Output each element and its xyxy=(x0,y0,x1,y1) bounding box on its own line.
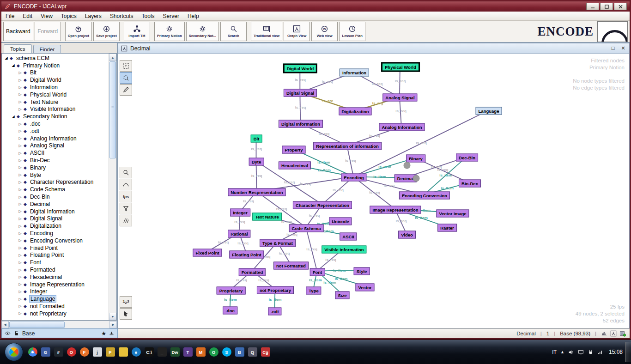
tree-item-encoding[interactable]: ▷◆Encoding xyxy=(2,230,109,237)
code-editor-icon[interactable]: T xyxy=(182,345,194,359)
tree-item-encoding-conversion[interactable]: ▷◆Encoding Conversion xyxy=(2,237,109,244)
tree-item-digital-world[interactable]: ▷◆Digital World xyxy=(2,76,109,84)
graph-node-font[interactable]: Font xyxy=(310,268,325,276)
expand-icon[interactable]: ▷ xyxy=(18,136,23,140)
expand-icon[interactable]: ▷ xyxy=(18,85,23,90)
lesson-plan-button[interactable]: Lesson Plan xyxy=(339,22,365,41)
expand-icon[interactable]: ▷ xyxy=(18,202,23,206)
expand-icon[interactable]: ▷ xyxy=(18,268,23,272)
system-tool-icon[interactable]: G xyxy=(40,345,51,359)
scroll-left-button[interactable]: ◀ xyxy=(1,321,9,328)
expand-icon[interactable]: ▷ xyxy=(18,158,23,163)
expand-icon[interactable]: ▷ xyxy=(18,78,23,82)
expand-icon[interactable]: ▷ xyxy=(18,224,23,228)
graph-node-text-nature[interactable]: Text Nature xyxy=(252,213,282,221)
tree-item-integer[interactable]: ▷◆Integer xyxy=(2,288,109,296)
tree-item-bin-dec[interactable]: ▷◆Bin-Dec xyxy=(2,157,109,164)
tab-topics[interactable]: Topics xyxy=(4,44,32,53)
graph-node-physical-world[interactable]: Physical World xyxy=(381,62,420,72)
tree-item-digitalization[interactable]: ▷◆Digitalization xyxy=(2,222,109,230)
modeling-tool-icon[interactable]: B xyxy=(234,345,245,359)
network-status-icon[interactable] xyxy=(601,330,607,337)
graph-node-code-schema[interactable]: Code Schema xyxy=(289,224,324,232)
expand-icon[interactable]: ▷ xyxy=(18,304,23,308)
tree-item-digital-information[interactable]: ▷◆Digital Information xyxy=(2,208,109,215)
tree-vertical-scrollbar[interactable]: ▲ ▼ xyxy=(109,54,116,320)
signal-bars-icon[interactable] xyxy=(597,349,603,355)
menu-server[interactable]: Server xyxy=(159,12,183,20)
zoom-tool[interactable] xyxy=(120,167,132,178)
network-icon[interactable] xyxy=(578,349,584,355)
expand-icon[interactable]: ▷ xyxy=(18,290,23,294)
panel-maximize-icon[interactable]: □ xyxy=(610,45,616,51)
tree-item-analog-information[interactable]: ▷◆Analog Information xyxy=(2,135,109,142)
tree-item--odt[interactable]: ▷◆.odt xyxy=(2,127,109,135)
expand-icon[interactable]: ▷ xyxy=(18,195,23,199)
tree-item-ascii[interactable]: ▷◆ASCII xyxy=(2,149,109,157)
import-tm-button[interactable]: Import TM xyxy=(124,22,150,41)
tree-item-language[interactable]: ▷◆Language xyxy=(2,295,109,303)
tree-item--doc[interactable]: ▷◆.doc xyxy=(2,120,109,127)
graph-node-encoding[interactable]: Encoding xyxy=(341,174,366,182)
expand-icon[interactable]: ▷ xyxy=(18,144,23,148)
app-grid-icon[interactable]: # xyxy=(53,345,64,359)
graph-node-type[interactable]: Type xyxy=(306,287,321,295)
scroll-up-button[interactable]: ▲ xyxy=(109,54,116,61)
expand-icon[interactable]: ▷ xyxy=(18,173,23,177)
search-button[interactable]: Search xyxy=(220,22,247,41)
graph-node-information[interactable]: Information xyxy=(340,69,369,77)
tree-item-not-formatted[interactable]: ▷◆not Formatted xyxy=(2,303,109,310)
tree-item-character-representation[interactable]: ▷◆Character Representation xyxy=(2,179,109,186)
graph-node-digital-world[interactable]: Digital World xyxy=(283,64,317,73)
graph-node-encoding-conversion[interactable]: Encoding Conversion xyxy=(399,192,450,200)
start-button[interactable] xyxy=(5,343,23,361)
menu-tools[interactable]: Tools xyxy=(138,12,159,20)
graph-node-not-proprietary[interactable]: not Proprietary xyxy=(257,286,294,294)
graph-node-type-format[interactable]: Type & Format xyxy=(260,239,296,247)
tree-item-formatted[interactable]: ▷◆Formatted xyxy=(2,266,109,273)
numbers-tool[interactable]: 123 xyxy=(120,296,132,308)
forward-button[interactable]: Forward xyxy=(35,22,61,41)
tree-item-image-representation[interactable]: ▷◆Image Representation xyxy=(2,281,109,288)
scroll-right-button[interactable]: ▶ xyxy=(109,321,117,328)
presentation-app-icon[interactable]: Cg xyxy=(260,345,271,359)
expand-icon[interactable]: ▷ xyxy=(18,180,23,184)
tree-item-hexadecimal[interactable]: ▷◆Hexadecimal xyxy=(2,273,109,281)
database-status-icon[interactable] xyxy=(619,330,626,337)
graph-node--odt[interactable]: .odt xyxy=(268,308,281,315)
graph-node-raster[interactable]: Raster xyxy=(437,224,457,232)
graph-node-unicode[interactable]: Unicode xyxy=(329,218,352,225)
folder-explorer-icon[interactable] xyxy=(117,345,129,359)
tree-item-text-nature[interactable]: ▷◆Text Nature xyxy=(2,98,109,106)
expand-icon[interactable]: ▷ xyxy=(18,71,23,75)
expand-icon[interactable]: ▷ xyxy=(18,275,23,279)
save-project-button[interactable]: Save project xyxy=(93,22,120,41)
expand-icon[interactable]: ▷ xyxy=(18,107,23,111)
hatch-tool[interactable] xyxy=(120,215,132,226)
graph-view-button[interactable]: Graph View xyxy=(284,22,310,41)
scroll-thumb[interactable] xyxy=(109,61,116,158)
graph-node--doc[interactable]: .doc xyxy=(223,307,237,315)
hidden-icons-arrow[interactable]: ▲ xyxy=(560,350,564,354)
tree-item-information[interactable]: ▷◆Information xyxy=(2,84,109,91)
firefox-icon[interactable]: F xyxy=(79,345,90,359)
chrome-icon[interactable] xyxy=(27,345,38,359)
selection-handle[interactable] xyxy=(413,175,420,182)
collapse-icon[interactable]: ◢ xyxy=(11,115,16,119)
tree-item-secondary-notion[interactable]: ◢◆Secondary Notion xyxy=(2,113,109,120)
tree-item-byte[interactable]: ▷◆Byte xyxy=(2,171,109,179)
graph-node-property[interactable]: Property xyxy=(282,146,305,154)
expand-icon[interactable]: ▷ xyxy=(18,311,23,315)
pointer-tool[interactable] xyxy=(120,308,132,320)
graph-node-integer[interactable]: Integer xyxy=(230,209,250,217)
expand-icon[interactable]: ▷ xyxy=(18,129,23,133)
scroll-down-button[interactable]: ▼ xyxy=(109,313,116,320)
expand-icon[interactable]: ▷ xyxy=(18,209,23,213)
menu-edit[interactable]: Edit xyxy=(18,12,36,20)
graph-node-visible-information[interactable]: Visible Information xyxy=(322,246,366,254)
power-icon[interactable] xyxy=(588,349,594,355)
title-bar[interactable]: ENCODE - IJCAI.wpr xyxy=(1,1,630,12)
draw-tool[interactable] xyxy=(120,84,132,96)
tree-horizontal-scrollbar[interactable]: ◀ ▶ xyxy=(1,321,117,328)
web-view-button[interactable]: wWeb view xyxy=(311,22,338,41)
